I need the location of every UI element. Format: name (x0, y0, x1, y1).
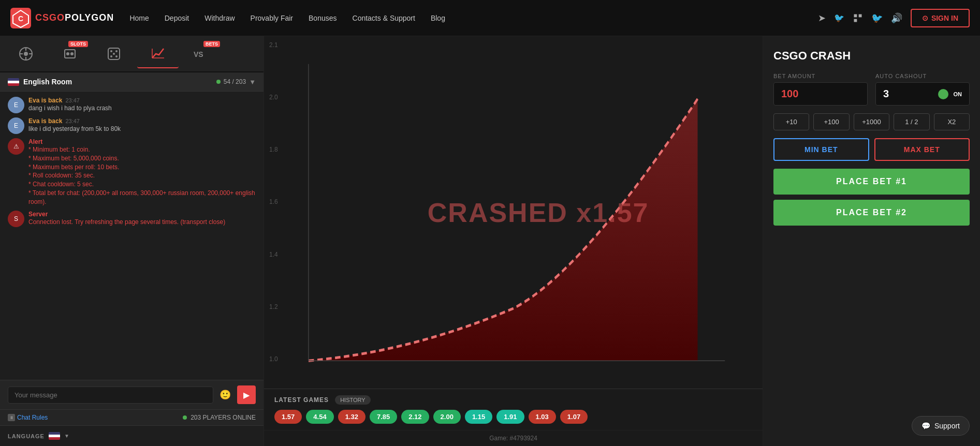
volume-icon[interactable]: 🔊 (891, 12, 902, 24)
support-button[interactable]: 💬 Support (912, 416, 970, 436)
min-bet-button[interactable]: MIN BET (773, 138, 869, 161)
message-header: Eva is back 23:47 (28, 97, 256, 104)
quick-bet-plus10[interactable]: +10 (773, 113, 809, 130)
game-id: Game: #4793924 (489, 435, 537, 442)
message-time: 23:47 (65, 118, 80, 124)
center-panel: 2.1 2.0 1.8 1.6 1.4 1.2 1.0 (264, 36, 763, 446)
history-chip[interactable]: 2.12 (401, 410, 429, 424)
auto-cashout-input[interactable]: 3 ON (875, 82, 970, 106)
language-label: LANGUAGE (8, 433, 45, 439)
online-dot (183, 415, 187, 420)
history-chip[interactable]: 1.32 (338, 410, 365, 424)
quick-bet-double[interactable]: X2 (934, 113, 970, 130)
message-content: Alert * Minimum bet: 1 coin. * Maximum b… (28, 138, 256, 206)
history-chip[interactable]: 1.15 (465, 410, 492, 424)
tab-dice[interactable] (93, 40, 135, 68)
navbar: C CSGOPOLYGON Home Deposit Withdraw Prov… (0, 0, 980, 36)
tab-crash[interactable] (137, 40, 179, 68)
online-indicator (216, 80, 221, 84)
message-header: Alert (28, 138, 256, 145)
max-bet-button[interactable]: MAX BET (874, 138, 970, 161)
history-chip[interactable]: 1.07 (560, 410, 588, 424)
svg-point-16 (110, 50, 112, 52)
list-item: ⚠ Alert * Minimum bet: 1 coin. * Maximum… (8, 138, 256, 206)
quick-bet-plus1000[interactable]: +1000 (854, 113, 889, 130)
support-chat-icon: 💬 (922, 422, 930, 430)
avatar: S (8, 211, 24, 227)
bet-controls: BET AMOUNT 100 AUTO CASHOUT 3 ON (773, 73, 970, 106)
chat-input[interactable] (8, 386, 213, 404)
csgo-crash-title: CSGO CRASH (773, 49, 970, 63)
send-button[interactable]: ▶ (237, 385, 256, 404)
history-chip[interactable]: 4.54 (306, 410, 333, 424)
message-text: like i did yesterday from 5k to 80k (28, 125, 256, 133)
nav-withdraw[interactable]: Withdraw (204, 14, 235, 22)
history-chip[interactable]: 1.91 (496, 410, 524, 424)
tab-versus[interactable]: BETS VS (181, 40, 223, 68)
sign-in-button[interactable]: ⊙ SIGN IN (911, 9, 970, 27)
language-dropdown-icon[interactable]: ▼ (64, 433, 69, 439)
logo[interactable]: C CSGOPOLYGON (10, 8, 114, 28)
logo-icon: C (10, 8, 31, 28)
quick-bet-plus100[interactable]: +100 (813, 113, 849, 130)
game-history-items: 1.57 4.54 1.32 7.85 2.12 2.00 1.15 1.91 … (274, 410, 752, 424)
svg-rect-5 (854, 19, 857, 22)
emoji-button[interactable]: 🙂 (217, 387, 233, 403)
nav-contacts-support[interactable]: Contacts & Support (353, 14, 415, 22)
auto-cashout-toggle-area: ON (938, 89, 962, 99)
nav-bonuses[interactable]: Bonuses (309, 14, 337, 22)
nav-provably-fair[interactable]: Provably Fair (251, 14, 293, 22)
sign-in-icon: ⊙ (922, 14, 928, 22)
slots-badge: SLOTS (68, 41, 88, 47)
room-dropdown-icon[interactable]: ▼ (249, 78, 256, 86)
bet-amount-input[interactable]: 100 (773, 82, 868, 106)
message-username: Eva is back (28, 97, 62, 104)
message-time: 23:47 (65, 97, 80, 103)
tab-slots[interactable]: SLOTS (49, 40, 91, 68)
svg-point-20 (115, 55, 118, 57)
history-badge[interactable]: HISTORY (335, 395, 371, 405)
game-tabs: SLOTS BETS VS (0, 36, 264, 72)
history-chip[interactable]: 1.57 (274, 410, 302, 424)
bets-badge: BETS (203, 41, 220, 47)
nav-home[interactable]: Home (129, 14, 149, 22)
avatar: E (8, 117, 24, 134)
list-item: E Eva is back 23:47 like i did yesterday… (8, 117, 256, 134)
quick-bet-half[interactable]: 1 / 2 (894, 113, 929, 130)
message-text: dang i wish i had to plya crash (28, 104, 256, 113)
toggle-indicator (938, 89, 948, 99)
svg-point-19 (110, 55, 112, 57)
svg-rect-4 (859, 14, 862, 17)
history-chip[interactable]: 1.03 (529, 410, 556, 424)
svg-text:C: C (18, 14, 23, 23)
avatar: E (8, 97, 24, 113)
nav-blog[interactable]: Blog (431, 14, 445, 22)
minmax-row: MIN BET MAX BET (773, 138, 970, 161)
history-chip[interactable]: 2.00 (433, 410, 461, 424)
nav-links: Home Deposit Withdraw Provably Fair Bonu… (129, 14, 818, 22)
avatar: ⚠ (8, 138, 24, 155)
game-id-bar: Game: #4793924 (264, 430, 763, 446)
nav-right: ➤ 🐦 🐦 🔊 ⊙ SIGN IN (818, 9, 970, 27)
chat-container: English Room 54 / 203 ▼ E Eva is back 23… (0, 72, 264, 446)
facebook-icon[interactable]: 🐦 (834, 13, 844, 23)
telegram-icon[interactable]: ➤ (818, 12, 826, 24)
history-chip[interactable]: 7.85 (370, 410, 397, 424)
bet-amount-value: 100 (781, 88, 798, 100)
facebook-icon-svg[interactable] (853, 13, 863, 23)
place-bet-2-button[interactable]: PLACE BET #2 (773, 200, 970, 226)
crash-graph: 2.1 2.0 1.8 1.6 1.4 1.2 1.0 (264, 36, 763, 389)
right-panel: CSGO CRASH BET AMOUNT 100 AUTO CASHOUT 3… (763, 36, 980, 446)
list-item: S Server Connection lost. Try refreshing… (8, 211, 256, 227)
pause-icon: ⏸ (8, 414, 15, 421)
place-bet-1-button[interactable]: PLACE BET #1 (773, 169, 970, 195)
svg-point-18 (113, 53, 115, 55)
latest-games-header: LATEST GAMES HISTORY (274, 395, 752, 405)
nav-deposit[interactable]: Deposit (165, 14, 189, 22)
message-header: Eva is back 23:47 (28, 117, 256, 125)
message-header: Server (28, 211, 256, 218)
tab-roulette[interactable] (5, 40, 47, 68)
auto-cashout-value: 3 (883, 88, 889, 100)
twitter-icon[interactable]: 🐦 (871, 12, 883, 24)
chat-rules-button[interactable]: ⏸ Chat Rules (8, 414, 48, 421)
